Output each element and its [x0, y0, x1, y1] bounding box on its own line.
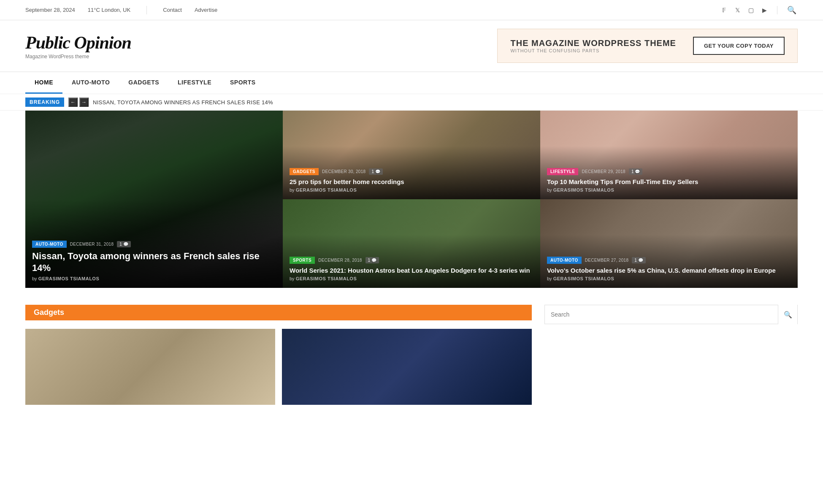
hero-bot-right-overlay: AUTO-MOTO DECEMBER 27, 2018 1 💬 Volvo's … [540, 251, 798, 288]
gadget-img-1 [25, 329, 275, 405]
facebook-icon[interactable]: 𝔽 [720, 6, 728, 14]
youtube-icon[interactable]: ▶ [760, 6, 769, 14]
date-display: September 28, 2024 [25, 7, 75, 13]
nav-item-home[interactable]: HOME [25, 72, 62, 94]
logo-area: Public Opinion Magazine WordPress theme [25, 33, 131, 60]
search-button[interactable]: 🔍 [778, 305, 797, 324]
hero-top-right-author: by GERASIMOS TSIAMALOS [547, 187, 791, 192]
hero-main-category[interactable]: AUTO-MOTO [32, 241, 67, 248]
hero-top-right-title: Top 10 Marketing Tips From Full-Time Ets… [547, 178, 791, 186]
hero-bot-mid-date: DECEMBER 28, 2018 [318, 258, 362, 263]
sidebar: 🔍 [544, 305, 798, 405]
hero-top-mid-card[interactable]: GADGETS DECEMBER 30, 2018 1 💬 25 pro tip… [283, 111, 540, 199]
hero-top-mid-overlay: GADGETS DECEMBER 30, 2018 1 💬 25 pro tip… [283, 162, 540, 200]
gadget-img-2 [282, 329, 532, 405]
breaking-label: BREAKING [25, 98, 64, 107]
hero-main-title: Nissan, Toyota among winners as French s… [32, 250, 276, 274]
search-box: 🔍 [544, 305, 798, 324]
top-bar: September 28, 2024 11°C London, UK Conta… [0, 0, 823, 20]
instagram-icon[interactable]: ▢ [747, 6, 755, 14]
hero-top-right-meta: LIFESTYLE DECEMBER 29, 2018 1 💬 [547, 168, 791, 175]
nav-bar: HOME AUTO-MOTO GADGETS LIFESTYLE SPORTS [0, 71, 823, 94]
hero-top-mid-comments: 1 💬 [369, 168, 383, 175]
divider [146, 6, 147, 14]
hero-bot-right-meta: AUTO-MOTO DECEMBER 27, 2018 1 💬 [547, 257, 791, 264]
weather-display: 11°C London, UK [88, 7, 130, 13]
hero-bot-mid-author: by GERASIMOS TSIAMALOS [290, 276, 533, 281]
hero-main-author: by GERASIMOS TSIAMALOS [32, 276, 276, 281]
breaking-arrows: ← → [68, 98, 89, 107]
top-bar-left: September 28, 2024 11°C London, UK Conta… [25, 6, 217, 14]
hero-top-mid-category[interactable]: GADGETS [290, 168, 319, 175]
gadgets-section: Gadgets [25, 305, 532, 405]
divider2 [777, 6, 777, 14]
hero-bot-mid-title: World Series 2021: Houston Astros beat L… [290, 266, 533, 275]
hero-top-mid-meta: GADGETS DECEMBER 30, 2018 1 💬 [290, 168, 533, 175]
nav-item-auto-moto[interactable]: AUTO-MOTO [62, 72, 119, 94]
contact-link[interactable]: Contact [163, 7, 182, 13]
hero-bot-right-comments: 1 💬 [632, 257, 646, 263]
gadgets-section-header: Gadgets [25, 305, 532, 320]
ad-title: THE MAGAZINE WORDPRESS THEME [510, 38, 676, 48]
gadgets-cards [25, 329, 532, 405]
hero-top-right-card[interactable]: LIFESTYLE DECEMBER 29, 2018 1 💬 Top 10 M… [540, 111, 798, 199]
top-bar-right: 𝔽 𝕏 ▢ ▶ 🔍 [720, 4, 798, 16]
hero-top-mid-author: by GERASIMOS TSIAMALOS [290, 187, 533, 192]
nav-item-sports[interactable]: SPORTS [221, 72, 265, 94]
header-ad: THE MAGAZINE WORDPRESS THEME WITHOUT THE… [497, 29, 798, 63]
advertise-link[interactable]: Advertise [195, 7, 217, 13]
gadget-card-2[interactable] [282, 329, 532, 405]
hero-main-card[interactable]: AUTO-MOTO DECEMBER 31, 2018 1 💬 Nissan, … [25, 111, 283, 288]
header: Public Opinion Magazine WordPress theme … [0, 20, 823, 71]
hero-top-right-category[interactable]: LIFESTYLE [547, 168, 578, 175]
hero-bot-right-category[interactable]: AUTO-MOTO [547, 257, 582, 264]
search-icon-top[interactable]: 🔍 [786, 4, 798, 16]
search-input[interactable] [545, 311, 778, 318]
breaking-next-button[interactable]: → [79, 98, 89, 107]
nav-item-gadgets[interactable]: GADGETS [119, 72, 168, 94]
twitter-icon[interactable]: 𝕏 [733, 6, 742, 14]
hero-top-mid-title: 25 pro tips for better home recordings [290, 178, 533, 186]
logo-subtitle: Magazine WordPress theme [25, 54, 131, 60]
hero-top-right-comments: 1 💬 [629, 168, 643, 175]
hero-bot-right-card[interactable]: AUTO-MOTO DECEMBER 27, 2018 1 💬 Volvo's … [540, 199, 798, 288]
nav-item-lifestyle[interactable]: LIFESTYLE [168, 72, 221, 94]
below-grid: Gadgets 🔍 [25, 305, 798, 405]
hero-top-mid-date: DECEMBER 30, 2018 [322, 169, 365, 174]
breaking-prev-button[interactable]: ← [68, 98, 78, 107]
hero-top-right-date: DECEMBER 29, 2018 [582, 169, 625, 174]
ad-cta-button[interactable]: GET YOUR COPY TODAY [693, 37, 785, 55]
hero-bot-mid-overlay: SPORTS DECEMBER 28, 2018 1 💬 World Serie… [283, 251, 540, 288]
hero-main-date: DECEMBER 31, 2018 [70, 242, 114, 247]
hero-bot-mid-comments: 1 💬 [365, 257, 379, 263]
hero-bot-mid-meta: SPORTS DECEMBER 28, 2018 1 💬 [290, 257, 533, 264]
breaking-text: NISSAN, TOYOTA AMONG WINNERS AS FRENCH S… [93, 99, 273, 106]
hero-bot-mid-card[interactable]: SPORTS DECEMBER 28, 2018 1 💬 World Serie… [283, 199, 540, 288]
nav-list: HOME AUTO-MOTO GADGETS LIFESTYLE SPORTS [25, 72, 798, 94]
hero-bot-right-title: Volvo's October sales rise 5% as China, … [547, 266, 791, 275]
breaking-bar: BREAKING ← → NISSAN, TOYOTA AMONG WINNER… [0, 94, 823, 111]
logo-title[interactable]: Public Opinion [25, 33, 131, 53]
gadget-card-1[interactable] [25, 329, 275, 405]
hero-main-meta: AUTO-MOTO DECEMBER 31, 2018 1 💬 [32, 241, 276, 248]
hero-bot-mid-category[interactable]: SPORTS [290, 257, 315, 264]
header-ad-text: THE MAGAZINE WORDPRESS THEME WITHOUT THE… [510, 38, 676, 53]
hero-main-overlay: AUTO-MOTO DECEMBER 31, 2018 1 💬 Nissan, … [25, 235, 283, 288]
hero-top-right-overlay: LIFESTYLE DECEMBER 29, 2018 1 💬 Top 10 M… [540, 162, 798, 200]
hero-main-comments: 1 💬 [117, 241, 131, 247]
hero-bot-right-author: by GERASIMOS TSIAMALOS [547, 276, 791, 281]
hero-grid: AUTO-MOTO DECEMBER 31, 2018 1 💬 Nissan, … [25, 111, 798, 288]
gadgets-title-badge: Gadgets [25, 305, 532, 320]
ad-subtitle: WITHOUT THE CONFUSING PARTS [510, 48, 676, 53]
hero-bot-right-date: DECEMBER 27, 2018 [585, 258, 628, 263]
